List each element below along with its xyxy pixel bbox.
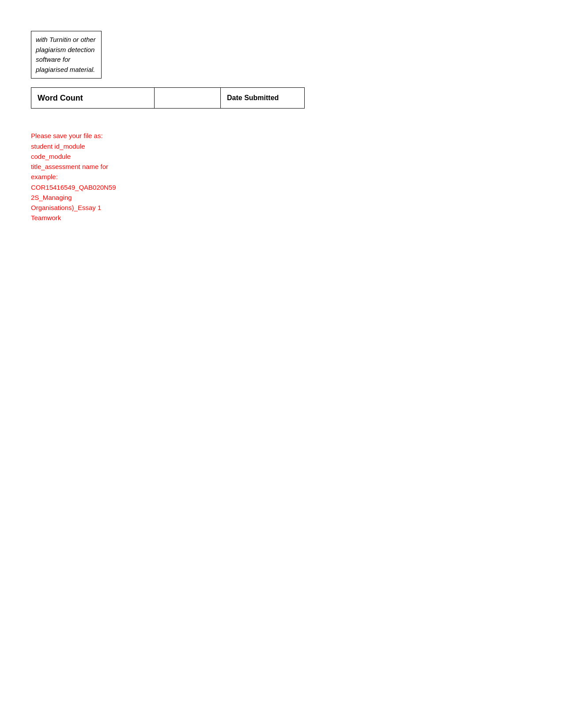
red-notice-text: Please save your file as: student id_mod… [31, 131, 119, 223]
info-table: Word Count Date Submitted [31, 87, 305, 109]
date-submitted-cell: Date Submitted [221, 87, 305, 109]
empty-cell [155, 87, 221, 109]
word-count-label: Word Count [38, 94, 83, 103]
word-count-cell: Word Count [31, 87, 155, 109]
top-text-box: with Turnitin or other plagiarism detect… [31, 31, 102, 79]
top-box-text: with Turnitin or other plagiarism detect… [36, 35, 97, 75]
red-notice-block: Please save your file as: student id_mod… [31, 131, 119, 223]
date-submitted-label: Date Submitted [227, 93, 279, 103]
